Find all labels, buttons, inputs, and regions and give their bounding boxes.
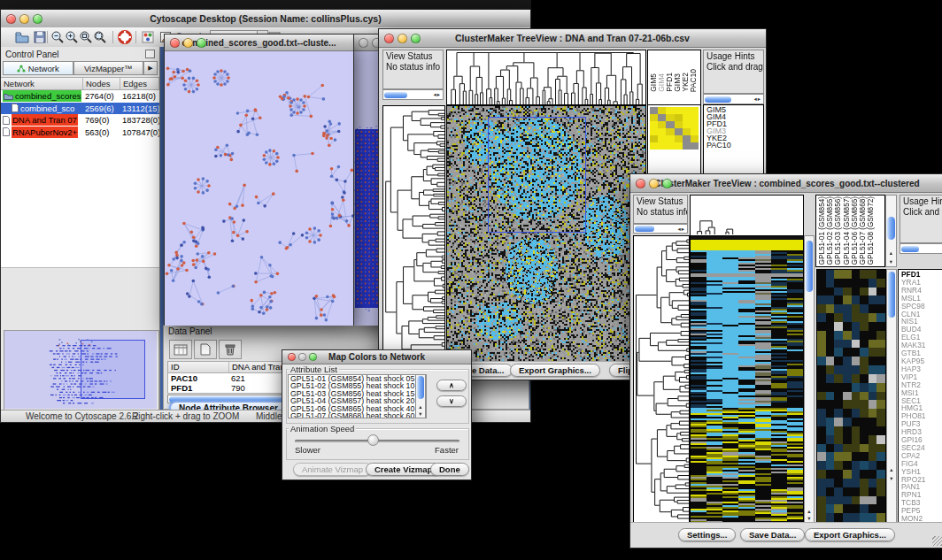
save-data-button[interactable]: Save Data... — [740, 528, 805, 541]
scrollbar-arrow-up[interactable]: ▴ — [887, 466, 896, 472]
network-table-header[interactable]: Network Nodes Edges — [1, 77, 159, 90]
network-row-dna-tran[interactable]: DNA and Tran 07 769(0) 183728(0) — [1, 114, 159, 127]
settings-button[interactable]: Settings... — [678, 528, 736, 541]
network1-titlebar[interactable]: combined_scores_good.txt--cluste... — [165, 35, 353, 51]
export-graphics-button[interactable]: Export Graphics... — [510, 364, 600, 377]
tab-overflow-arrow[interactable]: ▶ — [143, 61, 158, 75]
zoom-selected-icon[interactable] — [79, 30, 93, 44]
overview-canvas[interactable] — [4, 331, 157, 409]
zoom-window-icon[interactable] — [33, 14, 42, 24]
scrollbar-arrow-up[interactable]: ▴ — [805, 508, 814, 514]
scrollbar-arrows[interactable]: ◂▸ — [433, 91, 443, 98]
tab-network[interactable]: Network — [3, 61, 73, 75]
column-label[interactable]: GIM5 — [650, 73, 657, 92]
column-label[interactable]: GPL51-01 (GSM854) — [818, 196, 826, 265]
minimize-icon[interactable] — [183, 38, 193, 48]
network-overview-icon[interactable] — [118, 30, 132, 44]
dialog-titlebar[interactable]: Map Colors to Network — [282, 350, 471, 364]
column-label[interactable]: PAC10 — [690, 69, 697, 92]
network-row-combined-scores[interactable]: combined_scores 2764(0) 16218(0) — [1, 90, 159, 103]
tv2-heatmap-canvas[interactable] — [691, 236, 803, 522]
column-label[interactable]: GPL51-03 (GSM856) — [834, 196, 842, 265]
zoom-in-icon[interactable] — [65, 30, 79, 44]
usage-hints-hscrollbar[interactable]: ◂▸ — [703, 94, 764, 104]
close-icon[interactable] — [384, 34, 394, 43]
zoom-window-icon[interactable] — [662, 179, 672, 188]
float-panel-icon[interactable] — [145, 50, 155, 58]
scrollbar-thumb[interactable] — [887, 217, 895, 240]
tv2-labels-vscrollbar[interactable]: ▴ ▾ — [885, 195, 897, 267]
network-row-rnapuber[interactable]: RNAPuberNov2+ 563(0) 107847(0) — [1, 127, 159, 139]
zoom-window-icon[interactable] — [309, 353, 317, 361]
resize-grip[interactable] — [932, 536, 942, 546]
zoom-fit-icon[interactable] — [93, 30, 107, 44]
move-up-button[interactable]: ∧ — [436, 380, 467, 391]
scrollbar-thumb[interactable] — [417, 376, 424, 399]
scrollbar-thumb[interactable] — [901, 246, 919, 252]
view-status-hscrollbar[interactable]: ◂▸ — [382, 89, 444, 100]
tv1-coltree-canvas[interactable] — [447, 50, 645, 104]
scrollbar-arrow-down[interactable]: ▾ — [886, 258, 896, 265]
scrollbar-arrow-up[interactable]: ▴ — [416, 403, 425, 410]
scrollbar-thumb[interactable] — [888, 272, 895, 318]
column-label[interactable]: GPL51-06 (GSM865) — [851, 196, 859, 265]
tv2-detail-canvas[interactable] — [817, 270, 885, 522]
zoom-window-icon[interactable] — [411, 34, 421, 43]
select-attributes-icon[interactable] — [169, 340, 192, 359]
column-label[interactable]: GPL51-08 (GSM872) — [867, 196, 875, 265]
scrollbar-arrow-up[interactable]: ▴ — [886, 249, 896, 256]
export-graphics-button[interactable]: Export Graphics... — [805, 528, 895, 541]
tv1-zoom-matrix-canvas[interactable] — [650, 107, 699, 150]
close-icon[interactable] — [288, 353, 296, 361]
main-titlebar[interactable]: Cytoscape Desktop (Session Name: collins… — [1, 10, 530, 28]
view-status-hscrollbar[interactable]: ◂▸ — [633, 224, 688, 234]
scrollbar-arrow-down[interactable]: ▾ — [887, 475, 896, 481]
tab-vizmapper[interactable]: VizMapper™ — [73, 61, 144, 75]
zoom-window-icon[interactable] — [197, 38, 206, 48]
minimize-icon[interactable] — [298, 353, 306, 361]
tv2-global-vscrollbar[interactable]: ▴ ▾ — [804, 235, 815, 523]
column-label[interactable]: GPL51-04 (GSM857) — [843, 196, 851, 265]
scrollbar-arrows[interactable]: ◂▸ — [677, 226, 687, 233]
attribute-item[interactable]: GPL51-07 (GSM868) heat shock 60 min — [289, 412, 426, 418]
animate-vizmap-button[interactable]: Animate Vizmap — [293, 463, 372, 476]
network1-canvas[interactable] — [165, 51, 353, 326]
scrollbar-thumb[interactable] — [705, 96, 731, 103]
close-icon[interactable] — [6, 14, 16, 24]
column-label[interactable]: YKE2 — [682, 73, 689, 92]
close-icon[interactable] — [636, 179, 645, 188]
new-attribute-icon[interactable] — [194, 340, 217, 359]
close-icon[interactable] — [170, 38, 180, 48]
column-label[interactable]: GIM3 — [674, 73, 681, 92]
treeview1-titlebar[interactable]: ClusterMaker TreeView : DNA and Tran 07-… — [379, 29, 766, 48]
delete-attribute-icon[interactable] — [219, 340, 242, 359]
scrollbar-thumb[interactable] — [384, 92, 407, 98]
tv1-rowtree-canvas[interactable] — [383, 106, 444, 363]
network-row-selected[interactable]: combined_sco 2569(6) 13112(15) — [1, 103, 159, 115]
attribute-list-vscrollbar[interactable]: ▴ ▾ — [415, 374, 426, 418]
scrollbar-arrows[interactable]: ◂▸ — [753, 96, 763, 103]
tv2-rowtree-canvas[interactable] — [634, 236, 689, 522]
close-icon[interactable] — [359, 38, 368, 48]
slider-thumb[interactable] — [367, 434, 379, 446]
done-button[interactable]: Done — [430, 463, 469, 476]
open-icon[interactable] — [15, 30, 29, 44]
vizmapper-icon[interactable] — [141, 30, 155, 44]
gene-label[interactable]: PAC10 — [706, 142, 763, 149]
tv2-coltree-canvas[interactable] — [691, 196, 803, 235]
minimize-icon[interactable] — [398, 34, 407, 43]
treeview2-titlebar[interactable]: ClusterMaker TreeView : combined_scores_… — [630, 174, 942, 193]
save-icon[interactable] — [33, 30, 47, 44]
minimize-icon[interactable] — [649, 179, 659, 188]
tv2-detail-vscrollbar[interactable]: ▴ ▾ — [886, 269, 897, 523]
tv1-heatmap-canvas[interactable] — [447, 106, 645, 363]
zoom-out-icon[interactable] — [50, 30, 65, 44]
minimize-icon[interactable] — [19, 14, 29, 24]
column-label[interactable]: PFD1 — [666, 73, 673, 92]
scrollbar-arrow-down[interactable]: ▾ — [805, 515, 814, 521]
usage-hints-hscrollbar[interactable] — [900, 243, 942, 254]
scrollbar-thumb[interactable] — [806, 241, 813, 292]
scrollbar-arrow-down[interactable]: ▾ — [416, 410, 425, 417]
move-down-button[interactable]: ∨ — [436, 395, 467, 407]
column-label[interactable]: GIM4 — [658, 73, 665, 92]
